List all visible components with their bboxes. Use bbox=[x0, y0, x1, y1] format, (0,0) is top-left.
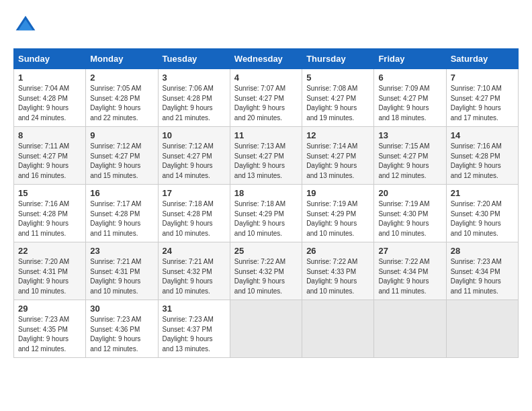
calendar-week-row: 1Sunrise: 7:04 AMSunset: 4:28 PMDaylight… bbox=[14, 69, 519, 127]
day-info: Sunrise: 7:10 AMSunset: 4:27 PMDaylight:… bbox=[451, 84, 514, 123]
day-info: Sunrise: 7:19 AMSunset: 4:30 PMDaylight:… bbox=[378, 199, 441, 238]
day-number: 16 bbox=[90, 188, 153, 198]
day-number: 10 bbox=[163, 130, 226, 140]
day-info: Sunrise: 7:22 AMSunset: 4:32 PMDaylight:… bbox=[234, 257, 298, 296]
day-info: Sunrise: 7:12 AMSunset: 4:27 PMDaylight:… bbox=[163, 142, 226, 181]
calendar-cell: 31Sunrise: 7:23 AMSunset: 4:37 PMDayligh… bbox=[158, 300, 230, 358]
day-info: Sunrise: 7:19 AMSunset: 4:29 PMDaylight:… bbox=[306, 199, 369, 238]
day-info: Sunrise: 7:08 AMSunset: 4:27 PMDaylight:… bbox=[306, 84, 369, 123]
day-number: 4 bbox=[234, 73, 298, 83]
calendar-cell: 24Sunrise: 7:21 AMSunset: 4:32 PMDayligh… bbox=[158, 242, 230, 300]
day-number: 6 bbox=[378, 73, 441, 83]
col-header-thursday: Thursday bbox=[302, 49, 374, 69]
day-number: 14 bbox=[451, 130, 514, 140]
calendar-week-row: 15Sunrise: 7:16 AMSunset: 4:28 PMDayligh… bbox=[14, 185, 519, 242]
col-header-friday: Friday bbox=[374, 49, 446, 69]
day-info: Sunrise: 7:23 AMSunset: 4:37 PMDaylight:… bbox=[163, 315, 226, 354]
calendar-cell: 27Sunrise: 7:22 AMSunset: 4:34 PMDayligh… bbox=[374, 242, 446, 300]
day-number: 9 bbox=[90, 130, 153, 140]
day-info: Sunrise: 7:22 AMSunset: 4:34 PMDaylight:… bbox=[378, 257, 441, 296]
day-info: Sunrise: 7:21 AMSunset: 4:32 PMDaylight:… bbox=[163, 257, 226, 296]
col-header-monday: Monday bbox=[86, 49, 158, 69]
day-number: 30 bbox=[90, 304, 153, 314]
calendar-cell: 25Sunrise: 7:22 AMSunset: 4:32 PMDayligh… bbox=[230, 242, 302, 300]
calendar-cell: 11Sunrise: 7:13 AMSunset: 4:27 PMDayligh… bbox=[230, 127, 302, 185]
day-number: 11 bbox=[234, 130, 298, 140]
day-info: Sunrise: 7:16 AMSunset: 4:28 PMDaylight:… bbox=[18, 199, 81, 238]
calendar-cell: 8Sunrise: 7:11 AMSunset: 4:27 PMDaylight… bbox=[14, 127, 86, 185]
day-number: 25 bbox=[234, 246, 298, 256]
day-number: 31 bbox=[163, 304, 226, 314]
day-number: 27 bbox=[378, 246, 441, 256]
day-info: Sunrise: 7:21 AMSunset: 4:31 PMDaylight:… bbox=[90, 257, 153, 296]
day-info: Sunrise: 7:18 AMSunset: 4:29 PMDaylight:… bbox=[234, 199, 298, 238]
day-info: Sunrise: 7:05 AMSunset: 4:28 PMDaylight:… bbox=[90, 84, 153, 123]
day-info: Sunrise: 7:18 AMSunset: 4:28 PMDaylight:… bbox=[163, 199, 226, 238]
calendar-cell: 22Sunrise: 7:20 AMSunset: 4:31 PMDayligh… bbox=[14, 242, 86, 300]
day-info: Sunrise: 7:11 AMSunset: 4:27 PMDaylight:… bbox=[18, 142, 81, 181]
calendar-week-row: 8Sunrise: 7:11 AMSunset: 4:27 PMDaylight… bbox=[14, 127, 519, 185]
day-number: 29 bbox=[18, 304, 81, 314]
day-number: 15 bbox=[18, 188, 81, 198]
calendar-cell: 12Sunrise: 7:14 AMSunset: 4:27 PMDayligh… bbox=[302, 127, 374, 185]
day-info: Sunrise: 7:22 AMSunset: 4:33 PMDaylight:… bbox=[306, 257, 369, 296]
calendar-week-row: 22Sunrise: 7:20 AMSunset: 4:31 PMDayligh… bbox=[14, 242, 519, 300]
calendar-table: SundayMondayTuesdayWednesdayThursdayFrid… bbox=[13, 48, 519, 358]
day-info: Sunrise: 7:23 AMSunset: 4:34 PMDaylight:… bbox=[451, 257, 514, 296]
day-info: Sunrise: 7:04 AMSunset: 4:28 PMDaylight:… bbox=[18, 84, 81, 123]
calendar-cell: 14Sunrise: 7:16 AMSunset: 4:28 PMDayligh… bbox=[446, 127, 518, 185]
page-header bbox=[13, 13, 519, 38]
day-number: 20 bbox=[378, 188, 441, 198]
day-number: 26 bbox=[306, 246, 369, 256]
day-info: Sunrise: 7:12 AMSunset: 4:27 PMDaylight:… bbox=[90, 142, 153, 181]
calendar-cell bbox=[302, 300, 374, 358]
calendar-cell: 16Sunrise: 7:17 AMSunset: 4:28 PMDayligh… bbox=[86, 185, 158, 242]
day-number: 5 bbox=[306, 73, 369, 83]
calendar-cell: 13Sunrise: 7:15 AMSunset: 4:27 PMDayligh… bbox=[374, 127, 446, 185]
day-info: Sunrise: 7:23 AMSunset: 4:36 PMDaylight:… bbox=[90, 315, 153, 354]
calendar-week-row: 29Sunrise: 7:23 AMSunset: 4:35 PMDayligh… bbox=[14, 300, 519, 358]
day-info: Sunrise: 7:06 AMSunset: 4:28 PMDaylight:… bbox=[163, 84, 226, 123]
calendar-cell: 9Sunrise: 7:12 AMSunset: 4:27 PMDaylight… bbox=[86, 127, 158, 185]
calendar-cell: 4Sunrise: 7:07 AMSunset: 4:27 PMDaylight… bbox=[230, 69, 302, 127]
day-number: 23 bbox=[90, 246, 153, 256]
day-info: Sunrise: 7:15 AMSunset: 4:27 PMDaylight:… bbox=[378, 142, 441, 181]
day-info: Sunrise: 7:09 AMSunset: 4:27 PMDaylight:… bbox=[378, 84, 441, 123]
calendar-cell: 10Sunrise: 7:12 AMSunset: 4:27 PMDayligh… bbox=[158, 127, 230, 185]
col-header-tuesday: Tuesday bbox=[158, 49, 230, 69]
day-number: 24 bbox=[163, 246, 226, 256]
logo bbox=[13, 13, 40, 38]
calendar-cell: 23Sunrise: 7:21 AMSunset: 4:31 PMDayligh… bbox=[86, 242, 158, 300]
logo-icon bbox=[13, 13, 38, 38]
calendar-cell: 19Sunrise: 7:19 AMSunset: 4:29 PMDayligh… bbox=[302, 185, 374, 242]
day-number: 28 bbox=[451, 246, 514, 256]
col-header-wednesday: Wednesday bbox=[230, 49, 302, 69]
calendar-cell: 7Sunrise: 7:10 AMSunset: 4:27 PMDaylight… bbox=[446, 69, 518, 127]
calendar-cell: 18Sunrise: 7:18 AMSunset: 4:29 PMDayligh… bbox=[230, 185, 302, 242]
day-info: Sunrise: 7:16 AMSunset: 4:28 PMDaylight:… bbox=[451, 142, 514, 181]
day-number: 12 bbox=[306, 130, 369, 140]
calendar-cell: 28Sunrise: 7:23 AMSunset: 4:34 PMDayligh… bbox=[446, 242, 518, 300]
calendar-cell: 30Sunrise: 7:23 AMSunset: 4:36 PMDayligh… bbox=[86, 300, 158, 358]
day-number: 8 bbox=[18, 130, 81, 140]
day-info: Sunrise: 7:14 AMSunset: 4:27 PMDaylight:… bbox=[306, 142, 369, 181]
calendar-cell: 5Sunrise: 7:08 AMSunset: 4:27 PMDaylight… bbox=[302, 69, 374, 127]
calendar-cell: 21Sunrise: 7:20 AMSunset: 4:30 PMDayligh… bbox=[446, 185, 518, 242]
day-number: 2 bbox=[90, 73, 153, 83]
day-number: 21 bbox=[451, 188, 514, 198]
day-info: Sunrise: 7:20 AMSunset: 4:31 PMDaylight:… bbox=[18, 257, 81, 296]
calendar-cell: 1Sunrise: 7:04 AMSunset: 4:28 PMDaylight… bbox=[14, 69, 86, 127]
day-number: 3 bbox=[163, 73, 226, 83]
day-info: Sunrise: 7:20 AMSunset: 4:30 PMDaylight:… bbox=[451, 199, 514, 238]
day-info: Sunrise: 7:23 AMSunset: 4:35 PMDaylight:… bbox=[18, 315, 81, 354]
calendar-cell bbox=[446, 300, 518, 358]
calendar-cell: 3Sunrise: 7:06 AMSunset: 4:28 PMDaylight… bbox=[158, 69, 230, 127]
calendar-cell: 17Sunrise: 7:18 AMSunset: 4:28 PMDayligh… bbox=[158, 185, 230, 242]
day-info: Sunrise: 7:13 AMSunset: 4:27 PMDaylight:… bbox=[234, 142, 298, 181]
calendar-cell: 29Sunrise: 7:23 AMSunset: 4:35 PMDayligh… bbox=[14, 300, 86, 358]
day-number: 17 bbox=[163, 188, 226, 198]
calendar-cell: 2Sunrise: 7:05 AMSunset: 4:28 PMDaylight… bbox=[86, 69, 158, 127]
day-info: Sunrise: 7:17 AMSunset: 4:28 PMDaylight:… bbox=[90, 199, 153, 238]
col-header-saturday: Saturday bbox=[446, 49, 518, 69]
day-number: 22 bbox=[18, 246, 81, 256]
